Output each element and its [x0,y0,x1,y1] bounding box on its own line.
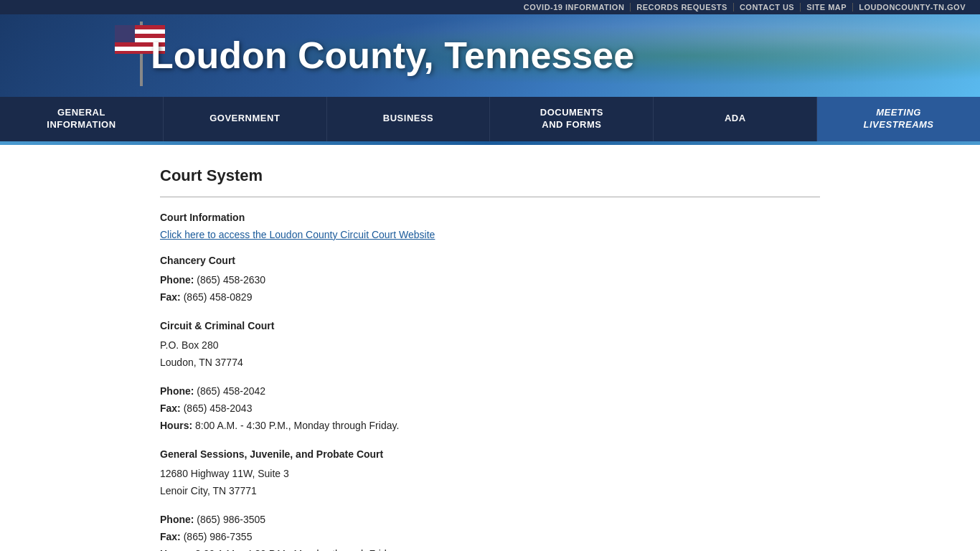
chancery-fax-value: (865) 458-0829 [184,291,253,303]
general-sessions-address2: Lenoir City, TN 37771 [160,483,820,500]
circuit-hours-value: 8:00 A.M. - 4:30 P.M., Monday through Fr… [195,420,399,431]
nav-general-information[interactable]: GENERALINFORMATION [0,97,164,141]
general-sessions-court-section: General Sessions, Juvenile, and Probate … [160,448,820,551]
covid-link[interactable]: COVID-19 INFORMATION [518,3,631,11]
divider [160,197,820,197]
chancery-court-heading: Chancery Court [160,255,820,266]
nav-ada[interactable]: ADA [654,97,817,141]
circuit-fax: Fax: (865) 458-2043 [160,400,820,418]
chancery-phone: Phone: (865) 458-2630 [160,272,820,289]
hours-label-2: Hours: [160,548,192,551]
page-title: Court System [160,166,820,185]
general-sessions-fax-value: (865) 986-7355 [184,531,253,542]
general-sessions-phone: Phone: (865) 986-3505 [160,512,820,529]
circuit-criminal-heading: Circuit & Criminal Court [160,320,820,331]
main-site-link[interactable]: LOUDONCOUNTY-TN.GOV [853,3,971,11]
chancery-fax: Fax: (865) 458-0829 [160,289,820,306]
circuit-phone: Phone: (865) 458-2042 [160,383,820,400]
fax-label: Fax: [160,291,181,303]
nav-business[interactable]: BUSINESS [327,97,491,141]
header-banner: Loudon County, Tennessee [0,14,980,97]
phone-label: Phone: [160,274,194,286]
general-sessions-address1: 12680 Highway 11W, Suite 3 [160,466,820,483]
circuit-phone-value: (865) 458-2042 [197,385,265,397]
top-bar: COVID-19 INFORMATION RECORDS REQUESTS CO… [0,0,980,14]
records-link[interactable]: RECORDS REQUESTS [631,3,734,11]
general-sessions-phone-value: (865) 986-3505 [197,514,265,525]
court-information-section: Court Information Click here to access t… [160,212,820,240]
phone-label-2: Phone: [160,385,194,397]
sitemap-link[interactable]: SITE MAP [801,3,853,11]
content-area: Court System Court Information Click her… [146,145,834,551]
main-nav: GENERALINFORMATION GOVERNMENT BUSINESS D… [0,97,980,141]
court-information-heading: Court Information [160,212,820,223]
fax-label-2: Fax: [160,402,181,414]
chancery-phone-value: (865) 458-2630 [197,274,265,286]
general-sessions-fax: Fax: (865) 986-7355 [160,529,820,546]
circuit-criminal-court-section: Circuit & Criminal Court P.O. Box 280 Lo… [160,320,820,434]
circuit-fax-value: (865) 458-2043 [184,402,253,414]
fax-label-3: Fax: [160,531,181,542]
circuit-hours: Hours: 8:00 A.M. - 4:30 P.M., Monday thr… [160,418,820,435]
circuit-address2: Loudon, TN 37774 [160,354,820,372]
general-sessions-hours: Hours: 8:00 A.M. - 4:30 P.M., Monday thr… [160,546,820,551]
contact-link[interactable]: CONTACT US [734,3,801,11]
circuit-court-link[interactable]: Click here to access the Loudon County C… [160,229,820,240]
hours-label: Hours: [160,420,192,431]
nav-meeting-livestreams[interactable]: MeetingLivestreams [817,97,980,141]
general-sessions-hours-value: 8:00 A.M. - 4:30 P.M., Monday through Fr… [195,548,399,551]
general-sessions-heading: General Sessions, Juvenile, and Probate … [160,448,820,460]
nav-government[interactable]: GOVERNMENT [164,97,327,141]
phone-label-3: Phone: [160,514,194,525]
circuit-address1: P.O. Box 280 [160,337,820,354]
chancery-court-section: Chancery Court Phone: (865) 458-2630 Fax… [160,255,820,306]
nav-documents-forms[interactable]: DOCUMENTSAND FORMS [490,97,654,141]
site-title: Loudon County, Tennessee [0,35,634,76]
